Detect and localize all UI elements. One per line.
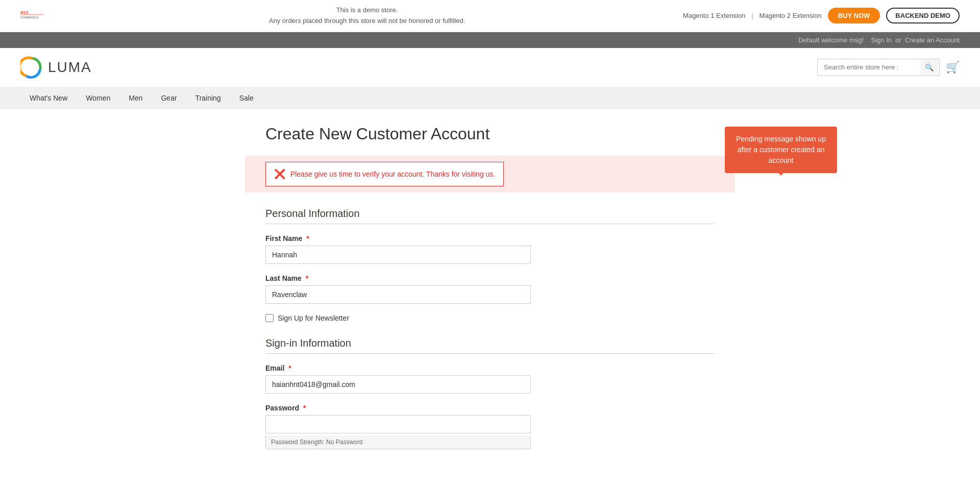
password-group: Password * Password Strength: No Passwor… — [265, 404, 531, 449]
nav-whats-new[interactable]: What's New — [20, 87, 77, 109]
alert-container: ❌ Please give us time to verify your acc… — [245, 156, 735, 192]
page-title: Create New Customer Account — [265, 125, 715, 143]
promo-separator: | — [751, 12, 753, 19]
nav-women[interactable]: Women — [77, 87, 119, 109]
backend-demo-button[interactable]: BACKEND DEMO — [886, 8, 960, 23]
newsletter-checkbox[interactable] — [265, 314, 274, 322]
pending-tooltip: Pending message shown up after a custome… — [725, 127, 837, 173]
first-name-group: First Name * — [265, 234, 531, 264]
password-required: * — [303, 404, 306, 412]
alert-text: Please give us time to verify your accou… — [290, 170, 495, 178]
last-name-label: Last Name * — [265, 274, 531, 282]
personal-info-section: Personal Information — [265, 208, 715, 224]
password-strength-value: No Password — [326, 439, 362, 446]
bss-logo-icon: BSS COMMERCE — [20, 6, 51, 26]
magento2-link[interactable]: Magento 2 Extension — [760, 12, 822, 19]
first-name-input[interactable] — [265, 246, 531, 264]
first-name-label: First Name * — [265, 234, 531, 243]
search-input[interactable] — [818, 59, 920, 75]
nav-gear[interactable]: Gear — [152, 87, 186, 109]
header-right: 🔍 🛒 — [817, 59, 960, 76]
signin-info-section: Sign-in Information — [265, 337, 715, 354]
personal-info-title: Personal Information — [265, 208, 715, 224]
promo-message: This is a demo store. Any orders placed … — [269, 5, 465, 27]
main-content: Create New Customer Account ❌ Please giv… — [245, 109, 735, 485]
buy-now-button[interactable]: BUY NOW — [828, 8, 880, 23]
password-input[interactable] — [265, 415, 531, 433]
search-icon: 🔍 — [925, 63, 934, 71]
newsletter-group: Sign Up for Newsletter — [265, 314, 715, 322]
last-name-group: Last Name * — [265, 274, 531, 304]
welcome-bar: Default welcome msg! Sign In or Create a… — [0, 32, 980, 48]
last-name-input[interactable] — [265, 285, 531, 304]
password-strength: Password Strength: No Password — [265, 435, 531, 449]
nav-training[interactable]: Training — [186, 87, 230, 109]
or-text: or — [895, 36, 901, 44]
bss-logo-area: BSS COMMERCE — [20, 6, 51, 26]
luma-logo-text: LUMA — [48, 59, 92, 76]
nav-men[interactable]: Men — [119, 87, 152, 109]
promo-bar: BSS COMMERCE This is a demo store. Any o… — [0, 0, 980, 32]
first-name-required: * — [306, 234, 309, 243]
magento1-link[interactable]: Magento 1 Extension — [683, 12, 745, 19]
site-navigation: What's New Women Men Gear Training Sale — [0, 87, 980, 109]
nav-sale[interactable]: Sale — [230, 87, 263, 109]
svg-text:COMMERCE: COMMERCE — [20, 16, 39, 19]
email-label: Email * — [265, 364, 531, 372]
cart-icon[interactable]: 🛒 — [946, 61, 960, 74]
signin-info-title: Sign-in Information — [265, 337, 715, 354]
email-required: * — [288, 364, 291, 372]
site-header: LUMA 🔍 🛒 — [0, 48, 980, 87]
svg-text:BSS: BSS — [20, 10, 28, 15]
luma-logo-icon — [20, 56, 43, 79]
newsletter-label: Sign Up for Newsletter — [278, 314, 349, 322]
email-input[interactable] — [265, 375, 531, 394]
email-group: Email * — [265, 364, 531, 394]
welcome-message: Default welcome msg! — [798, 36, 864, 44]
luma-logo[interactable]: LUMA — [20, 56, 92, 79]
password-label: Password * — [265, 404, 531, 412]
alert-icon: ❌ — [274, 168, 285, 180]
promo-right: Magento 1 Extension | Magento 2 Extensio… — [683, 8, 960, 23]
search-box[interactable]: 🔍 — [817, 59, 940, 76]
alert-box: ❌ Please give us time to verify your acc… — [265, 162, 504, 186]
create-account-link[interactable]: Create an Account — [905, 36, 960, 44]
last-name-required: * — [306, 274, 308, 282]
search-button[interactable]: 🔍 — [920, 59, 939, 76]
sign-in-link[interactable]: Sign In — [871, 36, 892, 44]
